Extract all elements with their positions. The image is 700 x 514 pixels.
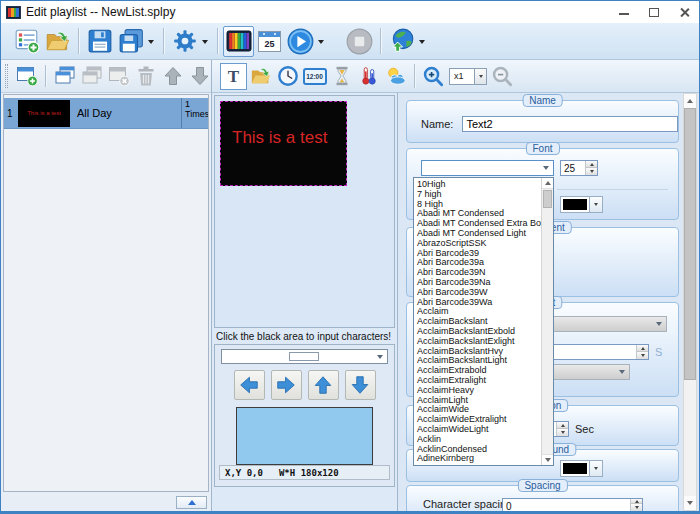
import-file-button[interactable]	[247, 63, 274, 90]
background-color-dropdown[interactable]	[590, 460, 603, 477]
spin-up-button[interactable]	[637, 345, 648, 352]
font-list-item[interactable]: AcclaimWide	[414, 405, 541, 415]
spin-up-button[interactable]	[557, 422, 568, 429]
text-tool-button[interactable]: T	[220, 63, 247, 90]
font-list-item[interactable]: AcclaimExtralight	[414, 376, 541, 386]
add-program-button[interactable]	[13, 63, 40, 90]
zoom-level-dropdown[interactable]	[475, 68, 487, 85]
open-file-button[interactable]	[42, 26, 73, 57]
font-list-item[interactable]: Acklin	[414, 435, 541, 445]
font-list-item[interactable]: Abri Barcode39Wa	[414, 298, 541, 308]
close-button[interactable]	[669, 1, 699, 23]
font-list-item[interactable]: Abri Barcode39Na	[414, 278, 541, 288]
temperature-button[interactable]	[355, 63, 382, 90]
move-down-region-button[interactable]	[345, 370, 376, 400]
border-style-select[interactable]	[221, 349, 388, 364]
font-color-dropdown[interactable]	[590, 196, 603, 213]
font-list-item[interactable]: AcclaimHeavy	[414, 386, 541, 396]
move-left-button[interactable]	[234, 370, 265, 400]
font-list-item[interactable]: Abri Barcode39	[414, 249, 541, 259]
font-list-item[interactable]: AcclaimWideExtralight	[414, 415, 541, 425]
led-preview-screen[interactable]: This is a test	[220, 101, 347, 186]
analog-clock-button[interactable]	[274, 63, 301, 90]
spin-down-button[interactable]	[557, 429, 568, 436]
font-list-item[interactable]: Abadi MT Condensed Extra Bold	[414, 219, 541, 229]
minimize-button[interactable]	[609, 1, 639, 23]
screen-display-button[interactable]	[223, 26, 254, 57]
font-list-item[interactable]: 7 high	[414, 190, 541, 200]
paste-program-button[interactable]	[78, 63, 105, 90]
character-spacing-spinner[interactable]: 0	[502, 498, 643, 511]
scroll-up-button[interactable]	[684, 94, 696, 108]
font-list-item[interactable]: AbrazoScriptSSK	[414, 239, 541, 249]
font-family-select[interactable]	[421, 160, 554, 176]
region-size-preview[interactable]	[236, 407, 373, 465]
delete-program-button[interactable]	[105, 63, 132, 90]
spin-down-button[interactable]	[631, 504, 642, 511]
font-list-item[interactable]: Abadi MT Condensed	[414, 209, 541, 219]
name-input[interactable]	[462, 116, 678, 132]
font-list-item[interactable]: AcklinCondensed	[414, 445, 541, 455]
font-list-item[interactable]: Abri Barcode39W	[414, 288, 541, 298]
zoom-level-select[interactable]: x1	[449, 68, 487, 85]
font-list-item[interactable]: AdineKirnberg	[414, 454, 541, 464]
move-up-button[interactable]	[159, 63, 186, 90]
background-color-swatch[interactable]	[560, 460, 590, 477]
font-list-item[interactable]: Acclaim	[414, 307, 541, 317]
playlist-row-selected[interactable]: 1 This is a test All Day 1 Times	[4, 98, 208, 129]
maximize-button[interactable]	[639, 1, 669, 23]
move-up-region-button[interactable]	[308, 370, 339, 400]
play-dropdown-arrow[interactable]	[318, 40, 324, 47]
save-button[interactable]	[84, 26, 115, 57]
countdown-button[interactable]	[328, 63, 355, 90]
font-list-item[interactable]: AcclaimExtrabold	[414, 366, 541, 376]
save-all-button[interactable]	[115, 26, 146, 57]
font-list-item[interactable]: 8 High	[414, 200, 541, 210]
font-list-item[interactable]: Abri Barcode39a	[414, 258, 541, 268]
spin-down-button[interactable]	[586, 168, 597, 175]
collapse-button[interactable]	[176, 496, 207, 509]
copy-program-button[interactable]	[51, 63, 78, 90]
add-playlist-button[interactable]	[11, 26, 42, 57]
spin-down-button[interactable]	[637, 352, 648, 359]
settings-button[interactable]	[169, 26, 200, 57]
font-list-item[interactable]: AcclaimWideLight	[414, 425, 541, 435]
font-list-item[interactable]: Abadi MT Condensed Light	[414, 229, 541, 239]
trash-button[interactable]	[132, 63, 159, 90]
app-icon	[6, 6, 21, 19]
network-dropdown-arrow[interactable]	[419, 40, 425, 47]
scroll-thumb[interactable]	[684, 108, 696, 380]
calendar-icon: 25	[258, 31, 281, 52]
zoom-out-button[interactable]	[489, 63, 516, 90]
font-list-item[interactable]: AcclaimBackslantHvy	[414, 347, 541, 357]
dropdown-scrollbar[interactable]	[541, 178, 553, 465]
font-list-item[interactable]: AcclaimLight	[414, 396, 541, 406]
scroll-down-button[interactable]	[684, 496, 696, 510]
font-list-item[interactable]: AcclaimBackslantLight	[414, 356, 541, 366]
font-list-item[interactable]: AcclaimBackslant	[414, 317, 541, 327]
scroll-down-button[interactable]	[542, 454, 553, 465]
font-list-item[interactable]: 10High	[414, 180, 541, 190]
font-list-item[interactable]: AcclaimBackslantExbold	[414, 327, 541, 337]
font-color-swatch[interactable]	[560, 196, 590, 213]
play-button[interactable]	[285, 26, 316, 57]
font-size-spinner[interactable]: 25	[560, 160, 598, 176]
zoom-in-button[interactable]	[420, 63, 447, 90]
move-down-button[interactable]	[186, 63, 213, 90]
digital-clock-button[interactable]: 12:00	[301, 63, 328, 90]
save-dropdown-arrow[interactable]	[148, 40, 154, 47]
font-list-item[interactable]: Abri Barcode39N	[414, 268, 541, 278]
schedule-calendar-button[interactable]: 25	[254, 26, 285, 57]
toolbar-separator	[414, 64, 415, 88]
move-right-button[interactable]	[271, 370, 302, 400]
spin-up-button[interactable]	[586, 161, 597, 168]
network-send-button[interactable]	[386, 26, 417, 57]
scroll-up-button[interactable]	[542, 178, 553, 189]
properties-scrollbar[interactable]	[683, 93, 697, 511]
add-playlist-icon	[14, 28, 40, 54]
scroll-thumb[interactable]	[543, 190, 552, 208]
font-list-item[interactable]: AcclaimBackslantExlight	[414, 337, 541, 347]
settings-dropdown-arrow[interactable]	[202, 40, 208, 47]
stop-button[interactable]	[344, 26, 375, 57]
weather-button[interactable]	[382, 63, 409, 90]
